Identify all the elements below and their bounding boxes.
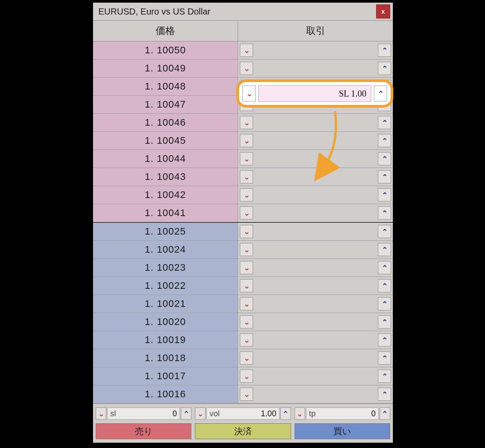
row-buy-button[interactable]: ⌃: [378, 62, 391, 75]
vol-down-button[interactable]: ⌄: [195, 407, 205, 420]
price-row: 1. 10043⌄⌃: [93, 168, 393, 186]
row-sell-button[interactable]: ⌄: [240, 44, 253, 57]
vol-field[interactable]: vol1.00: [206, 407, 279, 420]
row-buy-button[interactable]: ⌃: [378, 261, 391, 274]
row-buy-button[interactable]: ⌃: [378, 225, 391, 238]
price-cell: 1. 10025: [93, 223, 238, 240]
chevron-up-icon: ⌃: [382, 372, 388, 381]
row-sell-button[interactable]: ⌄: [240, 315, 253, 329]
tp-down-button[interactable]: ⌄: [295, 407, 305, 420]
chevron-down-icon: ⌄: [244, 209, 250, 217]
row-buy-button[interactable]: ⌃: [378, 333, 391, 347]
trade-cell: ⌄⌃: [238, 204, 393, 222]
row-sell-button[interactable]: ⌄: [240, 243, 253, 256]
tp-field[interactable]: tp0: [306, 407, 379, 420]
vol-value: 1.00: [261, 409, 276, 418]
chevron-down-icon: ⌄: [244, 300, 250, 308]
row-buy-button[interactable]: ⌃: [378, 206, 391, 220]
chevron-up-icon: ⌃: [382, 228, 388, 236]
price-row: 1. 10044⌄⌃: [93, 150, 393, 168]
price-cell: 1. 10042: [93, 186, 238, 204]
row-buy-button[interactable]: ⌃: [378, 388, 391, 401]
sl-group: ⌄ sl0 ⌃: [96, 407, 191, 420]
price-cell: 1. 10047: [93, 96, 238, 113]
chevron-down-icon: ⌄: [244, 228, 250, 236]
price-row: 1. 10017⌄⌃: [93, 367, 393, 385]
row-sell-button[interactable]: ⌄: [240, 333, 253, 347]
row-buy-button[interactable]: ⌃: [378, 188, 391, 202]
vol-label: vol: [209, 409, 220, 418]
trade-cell: ⌄⌃: [238, 223, 393, 240]
row-buy-button[interactable]: ⌃: [378, 297, 391, 310]
row-sell-button[interactable]: ⌄: [240, 152, 253, 165]
row-buy-button[interactable]: ⌃: [378, 315, 391, 329]
row-buy-button[interactable]: ⌃: [378, 116, 391, 129]
row-buy-button[interactable]: ⌃: [378, 134, 391, 147]
trade-cell: ⌄⌃: [238, 313, 393, 331]
row-sell-button[interactable]: ⌄: [240, 170, 253, 183]
row-buy-button[interactable]: ⌃: [378, 279, 391, 292]
price-cell: 1. 10048: [93, 78, 238, 95]
row-buy-button[interactable]: ⌃: [378, 152, 391, 165]
row-sell-button[interactable]: ⌄: [240, 116, 253, 129]
price-cell: 1. 10041: [93, 204, 238, 222]
row-sell-button[interactable]: ⌄: [240, 225, 253, 238]
column-header: 価格 取引: [93, 21, 393, 41]
row-buy-button[interactable]: ⌃: [378, 370, 391, 383]
row-sell-button[interactable]: ⌄: [240, 134, 253, 147]
tp-up-button[interactable]: ⌃: [380, 407, 390, 420]
chevron-up-icon: ⌃: [382, 336, 388, 344]
chevron-up-icon: ⌃: [382, 46, 388, 55]
sl-callout-value[interactable]: SL 1.00: [258, 85, 371, 102]
depth-of-market-window: EURUSD, Euro vs US Dollar x 価格 取引 1. 100…: [93, 2, 393, 443]
chevron-down-icon: ⌄: [244, 336, 250, 344]
sl-up-button[interactable]: ⌃: [181, 407, 191, 420]
price-row: 1. 10019⌄⌃: [93, 331, 393, 349]
trade-cell: ⌄⌃: [238, 41, 393, 59]
row-sell-button[interactable]: ⌄: [240, 261, 253, 274]
trade-cell: ⌄⌃: [238, 150, 393, 168]
row-sell-button[interactable]: ⌄: [240, 388, 253, 401]
trade-cell: ⌄⌃: [238, 295, 393, 313]
price-cell: 1. 10044: [93, 150, 238, 168]
price-cell: 1. 10046: [93, 114, 238, 131]
chevron-down-icon: ⌄: [244, 46, 250, 55]
row-sell-button[interactable]: ⌄: [240, 297, 253, 310]
settle-button[interactable]: 決済: [195, 423, 291, 439]
window-title: EURUSD, Euro vs US Dollar: [93, 7, 376, 17]
row-sell-button[interactable]: ⌄: [240, 62, 253, 75]
price-row: 1. 10041⌄⌃: [93, 204, 393, 222]
chevron-down-icon: ⌄: [297, 410, 302, 418]
sell-button[interactable]: 売り: [96, 423, 191, 439]
row-sell-button[interactable]: ⌄: [240, 188, 253, 202]
sl-label: sl: [110, 409, 116, 418]
sl-callout-down[interactable]: ⌄: [242, 86, 256, 101]
price-row: 1. 10018⌄⌃: [93, 349, 393, 367]
chevron-up-icon: ⌃: [382, 137, 388, 145]
chevron-up-icon: ⌃: [382, 410, 388, 418]
price-cell: 1. 10023: [93, 259, 238, 276]
row-buy-button[interactable]: ⌃: [378, 351, 391, 365]
row-sell-button[interactable]: ⌄: [240, 279, 253, 292]
chevron-up-icon: ⌃: [382, 282, 388, 290]
sl-down-button[interactable]: ⌄: [96, 407, 106, 420]
tp-group: ⌄ tp0 ⌃: [295, 407, 390, 420]
chevron-down-icon: ⌄: [244, 264, 250, 272]
buy-button[interactable]: 買い: [295, 423, 390, 439]
row-buy-button[interactable]: ⌃: [378, 243, 391, 256]
trade-cell: ⌄⌃: [238, 277, 393, 295]
row-sell-button[interactable]: ⌄: [240, 351, 253, 365]
trade-cell: ⌄⌃: [238, 349, 393, 367]
close-button[interactable]: x: [376, 4, 390, 19]
row-buy-button[interactable]: ⌃: [378, 170, 391, 183]
sl-callout-up[interactable]: ⌃: [374, 86, 387, 101]
close-icon: x: [381, 8, 385, 15]
chevron-up-icon: ⌃: [382, 300, 388, 308]
chevron-up-icon: ⌃: [382, 191, 388, 199]
chevron-up-icon: ⌃: [183, 410, 189, 418]
row-sell-button[interactable]: ⌄: [240, 206, 253, 220]
row-sell-button[interactable]: ⌄: [240, 370, 253, 383]
row-buy-button[interactable]: ⌃: [378, 44, 391, 57]
sl-field[interactable]: sl0: [107, 407, 180, 420]
vol-up-button[interactable]: ⌃: [280, 407, 291, 420]
